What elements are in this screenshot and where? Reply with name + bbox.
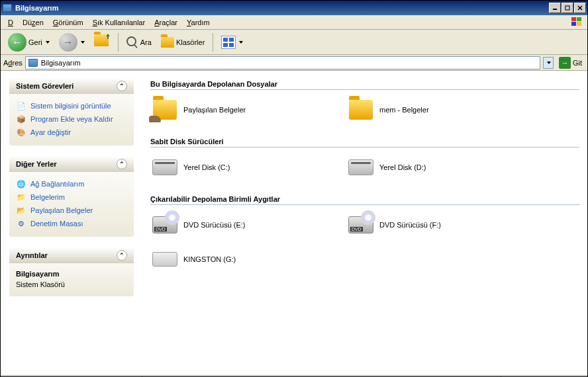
details-name: Bilgisayarım — [16, 269, 127, 279]
up-button[interactable] — [91, 32, 113, 52]
svg-rect-1 — [565, 6, 569, 10]
sidebar: Sistem Görevleri ⌃ 📄 Sistem bilgisini gö… — [1, 71, 142, 375]
removable-section-header: Çıkarılabilir Depolama Birimli Aygıtlar — [150, 192, 579, 205]
svg-rect-6 — [571, 22, 576, 26]
svg-rect-5 — [577, 17, 581, 21]
collapse-icon: ⌃ — [117, 250, 127, 261]
details-header[interactable]: Ayrıntılar ⌃ — [9, 247, 134, 263]
documents-icon: 📁 — [16, 192, 26, 202]
folder-icon — [348, 97, 374, 123]
system-tasks-panel: Sistem Görevleri ⌃ 📄 Sistem bilgisini gö… — [9, 77, 134, 146]
address-label: Adres — [3, 59, 23, 67]
shared-documents-link[interactable]: 📂 Paylaşılan Belgeler — [16, 204, 127, 217]
add-remove-programs-link[interactable]: 📦 Program Ekle veya Kaldır — [16, 112, 127, 126]
collapse-icon: ⌃ — [117, 81, 127, 91]
network-icon: 🌐 — [16, 179, 26, 189]
shared-folder-icon: 📂 — [16, 205, 26, 216]
box-icon: 📦 — [16, 114, 26, 124]
toolbar: ← Geri → Ara Klasörler — [1, 30, 587, 55]
network-places-link[interactable]: 🌐 Ağ Bağlantılarım — [16, 177, 127, 190]
go-arrow-icon: → — [559, 57, 571, 69]
other-places-header[interactable]: Diğer Yerler ⌃ — [9, 156, 134, 172]
shared-documents-item[interactable]: Paylaşılan Belgeler — [150, 95, 336, 124]
address-input[interactable]: Bilgisayarım — [25, 56, 540, 69]
gear-icon: 🎨 — [16, 127, 26, 138]
usb-drive-g-item[interactable]: KINGSTON (G:) — [150, 245, 336, 274]
computer-icon — [28, 58, 38, 68]
separator — [213, 33, 213, 52]
dvd-drive-f-item[interactable]: DVD Sürücüsü (F:) — [346, 210, 532, 239]
my-documents-link[interactable]: 📁 Belgelerim — [16, 190, 127, 204]
content-area: Bu Bilgisayarda Depolanan Dosyalar Payla… — [142, 71, 587, 375]
minimize-button[interactable] — [549, 3, 561, 13]
dvd-drive-e-item[interactable]: DVD Sürücüsü (E:) — [150, 210, 336, 239]
menu-view[interactable]: Görünüm — [48, 17, 88, 28]
folder-up-icon — [94, 34, 110, 50]
hdd-icon — [152, 154, 178, 181]
address-value: Bilgisayarım — [41, 59, 81, 67]
folders-icon — [161, 37, 174, 48]
svg-rect-4 — [571, 17, 576, 21]
control-panel-link[interactable]: ⚙ Denetim Masası — [16, 217, 127, 230]
details-panel: Ayrıntılar ⌃ Bilgisayarım Sistem Klasörü — [9, 247, 134, 297]
separator — [118, 33, 119, 52]
folders-button[interactable]: Klasörler — [158, 35, 208, 50]
views-dropdown-icon[interactable] — [239, 41, 243, 44]
menu-help[interactable]: Yardım — [182, 17, 215, 28]
search-icon — [126, 36, 138, 48]
forward-icon: → — [59, 33, 77, 52]
go-button[interactable]: → Git — [556, 56, 585, 69]
menu-favorites[interactable]: Sık Kullanılanlar — [88, 17, 150, 28]
forward-dropdown-icon[interactable] — [81, 41, 85, 44]
local-disk-d-item[interactable]: Yerel Disk (D:) — [346, 153, 532, 182]
hdd-icon — [348, 154, 374, 181]
views-button[interactable] — [218, 34, 246, 51]
svg-rect-7 — [577, 22, 581, 26]
collapse-icon: ⌃ — [117, 159, 127, 169]
menu-edit[interactable]: Düzen — [18, 17, 48, 28]
search-button[interactable]: Ara — [123, 34, 155, 50]
usb-drive-icon — [152, 246, 178, 272]
control-panel-icon: ⚙ — [16, 218, 26, 229]
system-tasks-header[interactable]: Sistem Görevleri ⌃ — [9, 78, 134, 94]
addressbar: Adres Bilgisayarım → Git — [1, 55, 587, 71]
forward-button[interactable]: → — [56, 31, 88, 54]
system-info-link[interactable]: 📄 Sistem bilgisini görüntüle — [16, 99, 127, 112]
address-dropdown[interactable] — [543, 57, 554, 69]
files-section-header: Bu Bilgisayarda Depolanan Dosyalar — [150, 77, 579, 90]
folders-label: Klasörler — [176, 38, 205, 46]
local-disk-c-item[interactable]: Yerel Disk (C:) — [150, 153, 336, 182]
main-area: Sistem Görevleri ⌃ 📄 Sistem bilgisini gö… — [1, 71, 587, 375]
window-title: Bilgisayarım — [15, 4, 549, 12]
views-icon — [221, 36, 236, 49]
panel-title: Ayrıntılar — [16, 251, 48, 259]
titlebar: Bilgisayarım — [1, 1, 587, 15]
back-icon: ← — [8, 33, 26, 52]
back-dropdown-icon[interactable] — [46, 41, 50, 44]
info-icon: 📄 — [16, 101, 26, 111]
chevron-down-icon — [547, 62, 551, 64]
other-places-panel: Diğer Yerler ⌃ 🌐 Ağ Bağlantılarım 📁 Belg… — [9, 155, 134, 237]
change-settings-link[interactable]: 🎨 Ayar değiştir — [16, 126, 127, 139]
back-button[interactable]: ← Geri — [5, 31, 53, 54]
close-button[interactable] — [574, 3, 586, 13]
menu-file[interactable]: D — [3, 17, 18, 28]
app-icon — [2, 3, 13, 13]
search-label: Ara — [140, 38, 152, 46]
dvd-drive-icon — [348, 212, 374, 238]
dvd-drive-icon — [152, 212, 178, 238]
maximize-button[interactable] — [562, 3, 573, 13]
shared-folder-icon — [152, 97, 178, 123]
windows-logo-icon — [570, 17, 585, 28]
panel-title: Diğer Yerler — [16, 160, 57, 168]
go-label: Git — [573, 59, 582, 67]
back-label: Geri — [28, 38, 42, 46]
panel-title: Sistem Görevleri — [16, 82, 74, 90]
disks-section-header: Sabit Disk Sürücüleri — [150, 135, 579, 147]
menubar: D Düzen Görünüm Sık Kullanılanlar Araçla… — [1, 15, 587, 30]
details-type: Sistem Klasörü — [16, 279, 127, 290]
user-documents-item[interactable]: mem - Belgeler — [346, 95, 532, 124]
menu-tools[interactable]: Araçlar — [150, 17, 182, 28]
